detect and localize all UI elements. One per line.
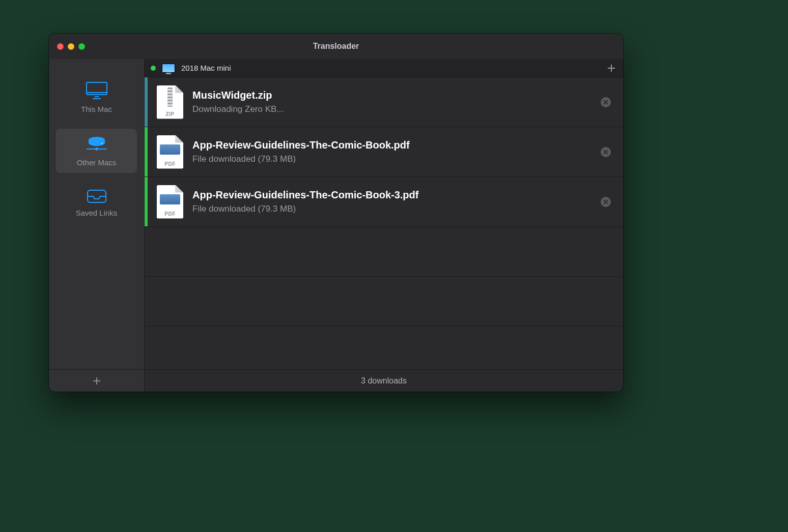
file-status: Downloading Zero KB... [192,104,601,114]
download-row[interactable]: PDF App-Review-Guidelines-The-Comic-Book… [145,177,623,227]
svg-point-5 [101,143,102,144]
file-name: MusicWidget.zip [192,90,601,101]
device-row[interactable]: 2018 Mac mini [145,59,623,77]
sidebar-item-other-macs[interactable]: Other Macs [56,129,137,173]
file-status: File downloaded (79.3 MB) [192,204,601,214]
file-name: App-Review-Guidelines-The-Comic-Book-3.p… [192,189,601,201]
file-status: File downloaded (79.3 MB) [192,154,601,164]
empty-row [145,277,623,327]
file-icon-pdf: PDF [157,135,183,169]
sidebar-item-label: This Mac [81,105,112,113]
display-icon [86,81,108,100]
svg-point-7 [95,147,98,151]
file-name: App-Review-Guidelines-The-Comic-Book.pdf [192,139,601,151]
network-drive-icon [86,136,108,153]
download-row[interactable]: ZIP MusicWidget.zip Downloading Zero KB.… [145,77,623,127]
empty-row [145,227,623,277]
device-thumbnail-icon [162,64,175,73]
plus-icon [607,64,616,73]
download-row[interactable]: PDF App-Review-Guidelines-The-Comic-Book… [145,127,623,177]
window-minimize-button[interactable] [68,43,74,50]
window-zoom-button[interactable] [78,43,85,50]
window-title: Transloader [49,42,623,51]
remove-button[interactable] [601,147,611,157]
remove-button[interactable] [601,97,611,107]
main-panel: 2018 Mac mini ZIP [145,59,623,392]
status-strip [145,177,148,226]
sidebar: This Mac Other Macs [49,59,145,392]
status-bar: 3 downloads [145,369,623,392]
inbox-icon [87,189,107,203]
titlebar: Transloader [49,34,623,59]
download-list: 2018 Mac mini ZIP [145,59,623,369]
window-close-button[interactable] [57,43,64,50]
download-count: 3 downloads [361,376,407,386]
remove-button[interactable] [601,197,611,207]
sidebar-item-label: Other Macs [77,158,117,167]
device-add-button[interactable] [607,64,616,73]
status-online-icon [151,66,156,71]
app-window: Transloader This Mac [49,34,623,392]
close-icon [603,199,608,204]
sidebar-item-this-mac[interactable]: This Mac [56,74,137,120]
sidebar-add-button[interactable] [49,369,144,392]
status-strip [145,127,148,176]
file-icon-zip: ZIP [157,85,183,119]
file-icon-pdf: PDF [157,185,183,219]
traffic-lights [57,43,85,50]
close-icon [603,150,608,155]
device-name: 2018 Mac mini [181,64,601,72]
sidebar-item-saved-links[interactable]: Saved Links [56,182,137,223]
sidebar-item-label: Saved Links [76,209,118,217]
close-icon [603,100,608,105]
plus-icon [92,376,101,386]
status-strip [145,77,148,127]
